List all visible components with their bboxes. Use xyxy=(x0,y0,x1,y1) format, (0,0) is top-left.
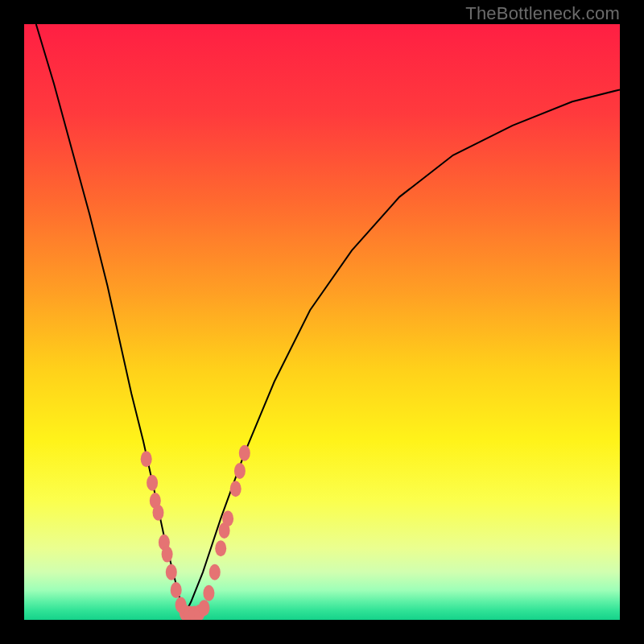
bead-marker xyxy=(162,547,173,563)
bead-marker xyxy=(153,505,164,521)
bead-marker xyxy=(166,564,177,580)
bead-marker xyxy=(239,445,250,461)
bead-marker xyxy=(222,510,233,526)
bead-marker xyxy=(171,582,182,598)
outer-frame: TheBottleneck.com xyxy=(0,0,644,644)
bead-marker xyxy=(199,600,210,616)
curves-layer xyxy=(24,24,620,620)
right-curve xyxy=(185,89,620,613)
bead-marker xyxy=(230,481,242,497)
plot-area xyxy=(24,24,620,620)
bead-marker xyxy=(209,564,221,580)
watermark-text: TheBottleneck.com xyxy=(465,3,620,24)
bead-markers xyxy=(141,445,250,620)
bead-marker xyxy=(141,451,152,467)
bead-marker xyxy=(234,463,246,479)
left-curve xyxy=(36,24,185,614)
bead-marker xyxy=(215,540,226,556)
bead-marker xyxy=(203,585,214,601)
bead-marker xyxy=(147,475,158,491)
